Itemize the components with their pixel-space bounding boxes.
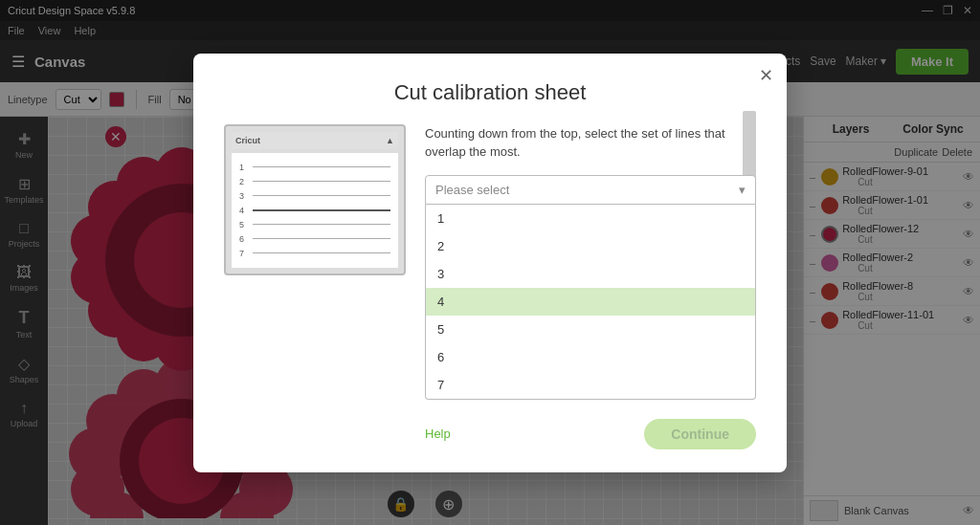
- dropdown-option-2[interactable]: 2: [426, 232, 755, 260]
- cal-line-4-bold: [253, 209, 390, 211]
- dropdown-trigger[interactable]: Please select ▾: [425, 175, 756, 205]
- cal-header: Cricut ▲: [232, 132, 398, 149]
- cal-line-row-4: 4: [239, 206, 390, 215]
- dropdown-selected-value: Please select: [435, 183, 509, 197]
- help-button[interactable]: Help: [425, 427, 451, 441]
- modal-overlay: ✕ Cut calibration sheet Cricut ▲ 1 2: [0, 0, 980, 525]
- cal-line-row-7: 7: [239, 249, 390, 258]
- cal-line-row-5: 5: [239, 220, 390, 230]
- cal-line-2: [253, 181, 390, 182]
- dialog-close-button[interactable]: ✕: [759, 65, 773, 86]
- chevron-down-icon: ▾: [739, 183, 746, 197]
- cal-line-6: [253, 238, 390, 239]
- dialog-title: Cut calibration sheet: [224, 80, 756, 105]
- dropdown-option-5[interactable]: 5: [426, 316, 755, 343]
- cal-logo-icon: ▲: [386, 136, 394, 145]
- dropdown-list: 1 2 3 4 5 6 7: [425, 205, 756, 400]
- cal-preview-inner: 1 2 3 4: [232, 153, 398, 268]
- dialog: ✕ Cut calibration sheet Cricut ▲ 1 2: [193, 54, 787, 472]
- cal-lines: 1 2 3 4: [239, 159, 390, 262]
- dialog-instruction: Counting down from the top, select the s…: [425, 124, 756, 162]
- cal-line-1: [253, 166, 390, 167]
- calibration-preview: Cricut ▲ 1 2 3: [224, 124, 406, 275]
- cal-line-row-6: 6: [239, 234, 390, 244]
- dropdown-option-7[interactable]: 7: [426, 371, 755, 399]
- dropdown-option-4[interactable]: 4: [426, 288, 755, 316]
- cal-line-row-3: 3: [239, 191, 390, 201]
- cal-line-row-1: 1: [239, 163, 390, 172]
- dialog-footer: Help Continue: [425, 419, 756, 449]
- dialog-right: Counting down from the top, select the s…: [425, 124, 756, 449]
- dropdown-option-1[interactable]: 1: [426, 205, 755, 232]
- cal-line-7: [253, 252, 390, 253]
- dropdown-option-3[interactable]: 3: [426, 260, 755, 288]
- continue-button[interactable]: Continue: [644, 419, 756, 449]
- dropdown-container: Please select ▾ 1 2 3 4 5 6 7: [425, 175, 756, 400]
- cal-line-5: [253, 224, 390, 225]
- cal-line-row-2: 2: [239, 177, 390, 186]
- cal-line-3: [253, 195, 390, 196]
- dropdown-option-6[interactable]: 6: [426, 343, 755, 371]
- dialog-body: Cricut ▲ 1 2 3: [224, 124, 756, 449]
